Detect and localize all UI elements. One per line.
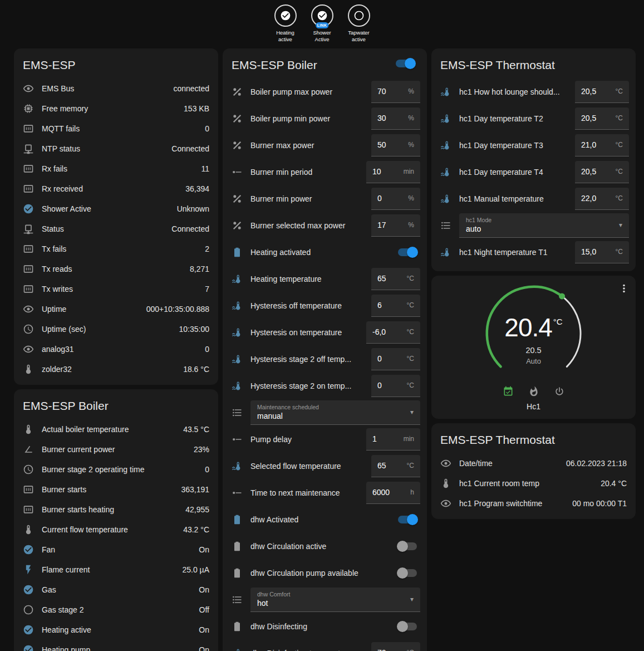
- number-input-boiler-pump-min-power[interactable]: 30%: [371, 107, 420, 130]
- sensor-row-uptime[interactable]: Uptime000+10:35:00.888: [14, 299, 218, 319]
- sensor-row-rx-received[interactable]: Rx received36,394: [14, 179, 218, 199]
- sensor-row-burner-starts-heating[interactable]: Burner starts heating42,955: [14, 500, 218, 520]
- mode-off-button[interactable]: [554, 386, 565, 397]
- sensor-row-heating-pump[interactable]: Heating pumpOn: [14, 640, 218, 651]
- control-rows: Boiler pump max power70%Boiler pump min …: [223, 79, 427, 651]
- water-thermo-icon: [232, 300, 243, 311]
- sensor-row-uptime-sec[interactable]: Uptime (sec)10:35:00: [14, 319, 218, 339]
- row-label: Hysteresis off temperature: [250, 301, 371, 310]
- sensor-row-burner-starts[interactable]: Burner starts363,191: [14, 479, 218, 500]
- thermostat-dial[interactable]: 20.4 °C 20.5 Auto: [478, 282, 589, 384]
- sensor-row-mqtt-fails[interactable]: MQTT fails0: [14, 119, 218, 139]
- row-label: Date/time: [459, 459, 562, 468]
- sensor-row-shower-active[interactable]: Shower ActiveUnknown: [14, 199, 218, 219]
- row-label: Gas: [42, 585, 194, 594]
- toggle-dhw-circulation-active[interactable]: [398, 542, 417, 550]
- sensor-row-current-flow-temperature[interactable]: Current flow temperature43.2 °C: [14, 520, 218, 540]
- toggle-heating-activated[interactable]: [398, 248, 417, 256]
- sensor-row-burner-current-power[interactable]: Burner current power23%: [14, 439, 218, 459]
- sensor-row-flame-current[interactable]: Flame current25.0 µA: [14, 560, 218, 580]
- number-input-selected-flow-temperature[interactable]: 65°C: [371, 455, 420, 477]
- sensor-row-tx-writes[interactable]: Tx writes7: [14, 279, 218, 299]
- sensor-row-free-memory[interactable]: Free memory153 KB: [14, 99, 218, 119]
- water-thermo-icon: [440, 193, 451, 204]
- entity-badge-heating-active[interactable]: Heating active: [269, 4, 302, 43]
- sensor-row-status[interactable]: StatusConnected: [14, 219, 218, 239]
- sensor-row-tx-fails[interactable]: Tx fails2: [14, 239, 218, 259]
- number-value: 65: [377, 274, 405, 283]
- number-input-burner-max-power[interactable]: 50%: [371, 134, 420, 156]
- unit-label: %: [408, 114, 414, 122]
- number-input-hysteresis-stage-2-off-temp[interactable]: 0°C: [371, 348, 420, 370]
- row-label: hc1 Day temperature T3: [459, 141, 575, 150]
- sensor-row-analog31[interactable]: analog310: [14, 339, 218, 359]
- control-rows: hc1 How hot lounge should...20,5°Chc1 Da…: [431, 79, 636, 266]
- select-field-hc1-mode[interactable]: hc1 Modeauto▾: [459, 213, 629, 238]
- row-label: hc1 Day temperature T4: [459, 168, 575, 177]
- number-input-hysteresis-on-temperature[interactable]: -6,0°C: [366, 321, 420, 344]
- check-circle-icon: [23, 624, 34, 635]
- number-input-hysteresis-off-temperature[interactable]: 6°C: [371, 295, 420, 317]
- row-label: Hysteresis stage 2 on temp...: [250, 381, 371, 390]
- sensor-row-fan[interactable]: FanOn: [14, 540, 218, 560]
- sensor-row-heating-active[interactable]: Heating activeOn: [14, 620, 218, 640]
- sensor-row-hc1-program-switchtime[interactable]: hc1 Program switchtime00 mo 00:00 T1: [431, 493, 636, 513]
- target-handle: [559, 293, 565, 299]
- number-input-hc1-day-temperature-t2[interactable]: 20,5°C: [575, 107, 629, 130]
- number-input-dhw-disinfection-temperature[interactable]: 70°C: [371, 642, 420, 651]
- more-options-icon[interactable]: [618, 282, 630, 295]
- row-label: Boiler pump min power: [250, 114, 371, 123]
- sensor-row-zolder32[interactable]: zolder3218.6 °C: [14, 359, 218, 379]
- number-input-burner-min-power[interactable]: 0%: [371, 188, 420, 210]
- sensor-row-actual-boiler-temperature[interactable]: Actual boiler temperature43.5 °C: [14, 419, 218, 439]
- number-input-hc1-night-temperature-t1[interactable]: 15,0°C: [575, 241, 629, 263]
- sensor-rows: EMS BusconnectedFree memory153 KBMQTT fa…: [14, 79, 218, 379]
- select-field-maintenance-scheduled[interactable]: Maintenance scheduledmanual▾: [250, 400, 420, 425]
- select-field-dhw-comfort[interactable]: dhw Comforthot▾: [250, 588, 420, 612]
- toggle-dhw-activated[interactable]: [398, 516, 417, 523]
- toggle-dhw-disinfecting[interactable]: [398, 623, 417, 630]
- sensor-row-ems-bus[interactable]: EMS Busconnected: [14, 79, 218, 99]
- sensor-row-hc1-current-room-temp[interactable]: hc1 Current room temp20.4 °C: [431, 473, 636, 493]
- mode-auto-button[interactable]: [503, 386, 514, 397]
- list-icon: [232, 407, 243, 418]
- number-input-time-to-next-maintenance[interactable]: 6000h: [366, 482, 420, 504]
- number-input-hc1-day-temperature-t3[interactable]: 21,0°C: [575, 134, 629, 156]
- sensor-row-rx-fails[interactable]: Rx fails11: [14, 159, 218, 179]
- number-input-hc1-manual-temperature[interactable]: 22,0°C: [575, 188, 629, 210]
- sensor-row-tx-reads[interactable]: Tx reads8,271: [14, 259, 218, 279]
- row-value: On: [199, 625, 209, 634]
- row-value: Unknown: [177, 204, 209, 213]
- number-input-hysteresis-stage-2-on-temp[interactable]: 0°C: [371, 375, 420, 397]
- sensor-row-gas[interactable]: GasOn: [14, 580, 218, 600]
- row-label: Shower Active: [42, 204, 173, 213]
- number-input-pump-delay[interactable]: 1min: [366, 428, 420, 451]
- select-value: hot: [257, 599, 406, 608]
- card-title: EMS-ESP Thermostat: [431, 423, 636, 453]
- row-value: 42,955: [185, 505, 209, 514]
- entity-badge-tapwater-active[interactable]: Tapwater active: [343, 4, 375, 43]
- card-ems-esp: EMS-ESP EMS BusconnectedFree memory153 K…: [14, 48, 218, 385]
- sensor-row-date-time[interactable]: Date/time06.02.2023 21:18: [431, 453, 636, 473]
- select-label: Maintenance scheduled: [257, 404, 406, 410]
- card-enable-toggle[interactable]: [396, 60, 415, 67]
- mode-heat-button[interactable]: [528, 386, 539, 397]
- percent-icon: [232, 220, 243, 231]
- battery-icon: [232, 514, 243, 525]
- toggle-dhw-circulation-pump-available[interactable]: [398, 569, 417, 577]
- number-input-burner-selected-max-power[interactable]: 17%: [371, 214, 420, 237]
- number-input-burner-min-period[interactable]: 10min: [366, 161, 420, 183]
- sensor-row-ntp-status[interactable]: NTP statusConnected: [14, 139, 218, 159]
- sensor-row-burner-stage-2-operating-time[interactable]: Burner stage 2 operating time0: [14, 459, 218, 479]
- row-label: Time to next maintenance: [250, 488, 366, 497]
- entity-badge-shower-active[interactable]: LINKShower Active: [306, 4, 338, 43]
- number-input-heating-temperature[interactable]: 65°C: [371, 268, 420, 290]
- sensor-row-gas-stage-2[interactable]: Gas stage 2Off: [14, 600, 218, 620]
- number-row-hysteresis-off-temperature: Hysteresis off temperature6°C: [223, 292, 427, 319]
- toggle-thumb: [397, 567, 408, 579]
- number-input-hc1-day-temperature-t4[interactable]: 20,5°C: [575, 161, 629, 183]
- row-label: dhw Circulation pump available: [250, 569, 398, 577]
- number-input-boiler-pump-max-power[interactable]: 70%: [371, 81, 420, 103]
- number-input-hc1-how-hot-lounge-should[interactable]: 20,5°C: [575, 81, 629, 103]
- thermometer-icon: [23, 364, 34, 375]
